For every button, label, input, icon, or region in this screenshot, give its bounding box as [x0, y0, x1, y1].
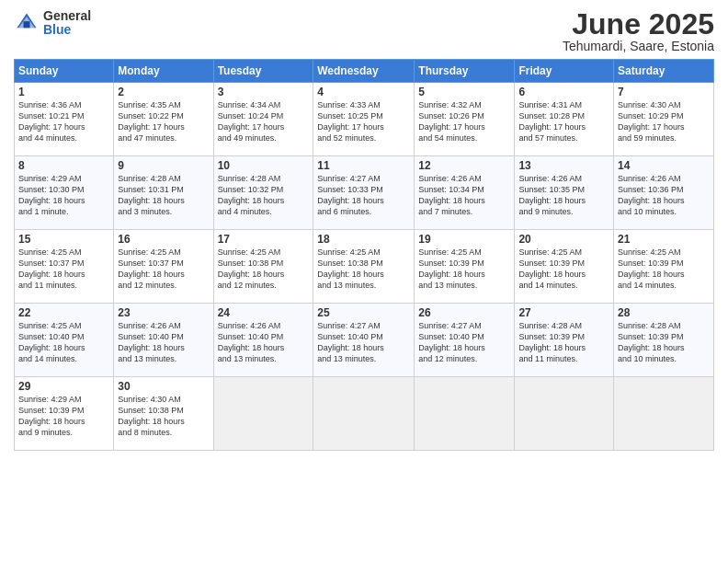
table-row: 25Sunrise: 4:27 AM Sunset: 10:40 PM Dayl…: [313, 304, 415, 377]
day-number: 25: [317, 306, 410, 319]
table-row: 28Sunrise: 4:28 AM Sunset: 10:39 PM Dayl…: [614, 304, 714, 377]
table-row: 29Sunrise: 4:29 AM Sunset: 10:39 PM Dayl…: [15, 377, 114, 451]
day-info: Sunrise: 4:25 AM Sunset: 10:37 PM Daylig…: [18, 247, 109, 292]
day-info: Sunrise: 4:26 AM Sunset: 10:36 PM Daylig…: [618, 173, 710, 218]
table-row: 18Sunrise: 4:25 AM Sunset: 10:38 PM Dayl…: [313, 230, 415, 304]
table-row: 20Sunrise: 4:25 AM Sunset: 10:39 PM Dayl…: [515, 230, 614, 304]
day-number: 14: [618, 159, 710, 172]
day-info: Sunrise: 4:25 AM Sunset: 10:38 PM Daylig…: [218, 247, 310, 292]
day-number: 4: [317, 86, 410, 98]
table-row: 4Sunrise: 4:33 AM Sunset: 10:25 PM Dayli…: [313, 83, 415, 156]
calendar-header-row: Sunday Monday Tuesday Wednesday Thursday…: [15, 60, 714, 83]
table-row: 10Sunrise: 4:28 AM Sunset: 10:32 PM Dayl…: [213, 156, 313, 230]
calendar-week-row: 15Sunrise: 4:25 AM Sunset: 10:37 PM Dayl…: [15, 230, 714, 304]
table-row: [515, 377, 614, 451]
day-number: 11: [317, 159, 410, 172]
day-number: 7: [618, 86, 710, 98]
day-info: Sunrise: 4:25 AM Sunset: 10:37 PM Daylig…: [118, 247, 209, 292]
day-number: 21: [618, 233, 710, 246]
col-friday: Friday: [515, 60, 614, 83]
day-info: Sunrise: 4:28 AM Sunset: 10:32 PM Daylig…: [218, 173, 310, 218]
day-number: 24: [218, 306, 310, 319]
col-tuesday: Tuesday: [213, 60, 313, 83]
table-row: 5Sunrise: 4:32 AM Sunset: 10:26 PM Dayli…: [415, 83, 515, 156]
table-row: 12Sunrise: 4:26 AM Sunset: 10:34 PM Dayl…: [415, 156, 515, 230]
table-row: 11Sunrise: 4:27 AM Sunset: 10:33 PM Dayl…: [313, 156, 415, 230]
logo-blue-text: Blue: [43, 23, 91, 37]
day-number: 12: [418, 159, 510, 172]
day-info: Sunrise: 4:25 AM Sunset: 10:39 PM Daylig…: [518, 247, 609, 292]
day-number: 28: [618, 306, 710, 319]
header: General Blue June 2025 Tehumardi, Saare,…: [14, 9, 714, 53]
page: General Blue June 2025 Tehumardi, Saare,…: [0, 0, 728, 563]
day-number: 22: [18, 306, 109, 319]
day-number: 29: [18, 380, 109, 393]
day-info: Sunrise: 4:25 AM Sunset: 10:38 PM Daylig…: [317, 247, 410, 292]
calendar-week-row: 22Sunrise: 4:25 AM Sunset: 10:40 PM Dayl…: [15, 304, 714, 377]
table-row: 17Sunrise: 4:25 AM Sunset: 10:38 PM Dayl…: [213, 230, 313, 304]
day-info: Sunrise: 4:26 AM Sunset: 10:34 PM Daylig…: [418, 173, 510, 218]
calendar-table: Sunday Monday Tuesday Wednesday Thursday…: [14, 59, 714, 451]
day-number: 20: [518, 233, 609, 246]
day-number: 8: [18, 159, 109, 172]
day-info: Sunrise: 4:26 AM Sunset: 10:40 PM Daylig…: [218, 320, 310, 365]
day-number: 6: [518, 86, 609, 98]
table-row: 21Sunrise: 4:25 AM Sunset: 10:39 PM Dayl…: [614, 230, 714, 304]
day-info: Sunrise: 4:28 AM Sunset: 10:39 PM Daylig…: [618, 320, 710, 365]
day-info: Sunrise: 4:25 AM Sunset: 10:39 PM Daylig…: [418, 247, 510, 292]
table-row: 26Sunrise: 4:27 AM Sunset: 10:40 PM Dayl…: [415, 304, 515, 377]
day-info: Sunrise: 4:27 AM Sunset: 10:40 PM Daylig…: [418, 320, 510, 365]
day-info: Sunrise: 4:31 AM Sunset: 10:28 PM Daylig…: [518, 99, 609, 144]
col-sunday: Sunday: [15, 60, 114, 83]
table-row: [213, 377, 313, 451]
day-info: Sunrise: 4:33 AM Sunset: 10:25 PM Daylig…: [317, 99, 410, 144]
table-row: 2Sunrise: 4:35 AM Sunset: 10:22 PM Dayli…: [114, 83, 213, 156]
day-info: Sunrise: 4:35 AM Sunset: 10:22 PM Daylig…: [118, 99, 209, 144]
table-row: 14Sunrise: 4:26 AM Sunset: 10:36 PM Dayl…: [614, 156, 714, 230]
calendar-week-row: 29Sunrise: 4:29 AM Sunset: 10:39 PM Dayl…: [15, 377, 714, 451]
day-number: 2: [118, 86, 209, 98]
day-number: 13: [518, 159, 609, 172]
day-info: Sunrise: 4:30 AM Sunset: 10:38 PM Daylig…: [118, 394, 209, 439]
logo-icon: [14, 10, 40, 36]
day-number: 17: [218, 233, 310, 246]
table-row: [313, 377, 415, 451]
day-number: 9: [118, 159, 209, 172]
table-row: 3Sunrise: 4:34 AM Sunset: 10:24 PM Dayli…: [213, 83, 313, 156]
table-row: 19Sunrise: 4:25 AM Sunset: 10:39 PM Dayl…: [415, 230, 515, 304]
day-number: 1: [18, 86, 109, 98]
day-info: Sunrise: 4:34 AM Sunset: 10:24 PM Daylig…: [218, 99, 310, 144]
table-row: 22Sunrise: 4:25 AM Sunset: 10:40 PM Dayl…: [15, 304, 114, 377]
day-info: Sunrise: 4:25 AM Sunset: 10:40 PM Daylig…: [18, 320, 109, 365]
day-number: 18: [317, 233, 410, 246]
day-number: 10: [218, 159, 310, 172]
location-subtitle: Tehumardi, Saare, Estonia: [563, 39, 714, 53]
day-number: 19: [418, 233, 510, 246]
day-info: Sunrise: 4:32 AM Sunset: 10:26 PM Daylig…: [418, 99, 510, 144]
table-row: [415, 377, 515, 451]
table-row: 16Sunrise: 4:25 AM Sunset: 10:37 PM Dayl…: [114, 230, 213, 304]
day-info: Sunrise: 4:29 AM Sunset: 10:39 PM Daylig…: [18, 394, 109, 439]
table-row: 24Sunrise: 4:26 AM Sunset: 10:40 PM Dayl…: [213, 304, 313, 377]
logo: General Blue: [14, 9, 91, 38]
day-info: Sunrise: 4:28 AM Sunset: 10:31 PM Daylig…: [118, 173, 209, 218]
table-row: 9Sunrise: 4:28 AM Sunset: 10:31 PM Dayli…: [114, 156, 213, 230]
table-row: 6Sunrise: 4:31 AM Sunset: 10:28 PM Dayli…: [515, 83, 614, 156]
logo-general-text: General: [43, 9, 91, 23]
title-section: June 2025 Tehumardi, Saare, Estonia: [563, 9, 714, 53]
table-row: 8Sunrise: 4:29 AM Sunset: 10:30 PM Dayli…: [15, 156, 114, 230]
day-number: 26: [418, 306, 510, 319]
day-number: 5: [418, 86, 510, 98]
calendar-week-row: 8Sunrise: 4:29 AM Sunset: 10:30 PM Dayli…: [15, 156, 714, 230]
day-number: 16: [118, 233, 209, 246]
table-row: 30Sunrise: 4:30 AM Sunset: 10:38 PM Dayl…: [114, 377, 213, 451]
table-row: 23Sunrise: 4:26 AM Sunset: 10:40 PM Dayl…: [114, 304, 213, 377]
day-info: Sunrise: 4:29 AM Sunset: 10:30 PM Daylig…: [18, 173, 109, 218]
month-title: June 2025: [563, 9, 714, 39]
day-number: 23: [118, 306, 209, 319]
day-info: Sunrise: 4:25 AM Sunset: 10:39 PM Daylig…: [618, 247, 710, 292]
day-info: Sunrise: 4:36 AM Sunset: 10:21 PM Daylig…: [18, 99, 109, 144]
day-number: 15: [18, 233, 109, 246]
day-info: Sunrise: 4:28 AM Sunset: 10:39 PM Daylig…: [518, 320, 609, 365]
col-thursday: Thursday: [415, 60, 515, 83]
